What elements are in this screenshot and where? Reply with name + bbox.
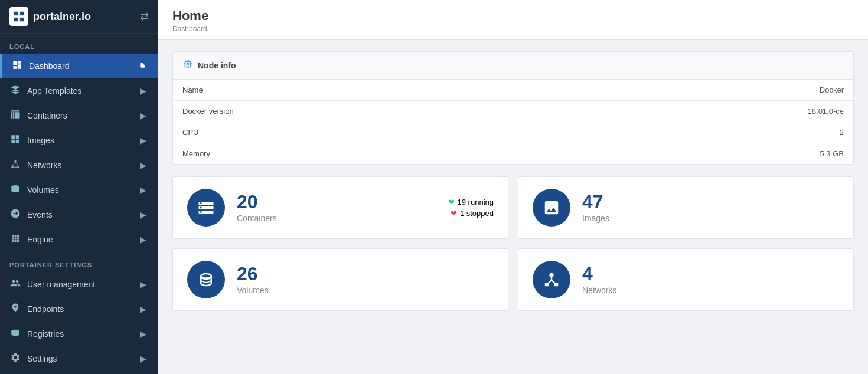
sidebar-item-label: Registries xyxy=(27,329,64,339)
endpoints-right-icon: ▶ xyxy=(137,304,149,314)
containers-count: 20 xyxy=(237,192,436,211)
sidebar-item-settings[interactable]: Settings ▶ xyxy=(0,346,158,371)
engine-icon xyxy=(9,233,21,246)
sidebar-item-events[interactable]: Events ▶ xyxy=(0,202,158,227)
volumes-right-icon: ▶ xyxy=(137,185,149,195)
sidebar-item-dashboard[interactable]: Dashboard xyxy=(0,54,158,78)
sidebar-item-label: Dashboard xyxy=(29,61,70,71)
containers-stat-icon xyxy=(187,189,225,227)
sidebar-item-label: Engine xyxy=(27,235,53,244)
dashboard-icon xyxy=(11,60,23,73)
dashboard-right-icon xyxy=(137,61,149,71)
containers-right-icon: ▶ xyxy=(137,111,149,120)
volumes-count: 26 xyxy=(237,264,494,283)
images-right-icon: ▶ xyxy=(137,136,149,145)
table-row: CPU 2 xyxy=(173,122,853,143)
images-stat-icon xyxy=(533,189,570,227)
svg-rect-8 xyxy=(11,135,15,139)
row-label: Docker version xyxy=(173,101,554,122)
sidebar-item-registries[interactable]: Registries ▶ xyxy=(0,321,158,346)
sidebar-item-user-management[interactable]: User management ▶ xyxy=(0,272,158,297)
stat-card-volumes[interactable]: 26 Volumes xyxy=(172,248,508,311)
images-icon xyxy=(9,134,21,147)
networks-label: Networks xyxy=(582,286,839,295)
images-stat-info: 47 Images xyxy=(582,192,839,223)
node-info-table: Name Docker Docker version 18.01.0-ce CP… xyxy=(173,80,853,164)
volumes-label: Volumes xyxy=(237,286,494,295)
app-templates-icon xyxy=(9,84,21,97)
sidebar-item-volumes[interactable]: Volumes ▶ xyxy=(0,178,158,202)
endpoints-icon xyxy=(9,303,21,316)
sidebar-item-engine[interactable]: Engine ▶ xyxy=(0,227,158,252)
node-info-header: Node info xyxy=(173,52,853,80)
volumes-icon xyxy=(9,183,21,196)
containers-status: ❤ 19 running ❤ 1 stopped xyxy=(448,198,494,218)
settings-right-icon: ▶ xyxy=(137,354,149,363)
sidebar-header: portainer.io ⇄ xyxy=(0,0,158,34)
containers-stat-info: 20 Containers xyxy=(237,192,436,223)
svg-rect-11 xyxy=(16,140,19,143)
images-count: 47 xyxy=(582,192,839,211)
row-value: Docker xyxy=(554,80,853,101)
sidebar-item-label: Endpoints xyxy=(27,304,64,314)
row-label: CPU xyxy=(173,122,554,143)
sidebar-item-networks[interactable]: Networks ▶ xyxy=(0,153,158,178)
events-right-icon: ▶ xyxy=(137,210,149,219)
sidebar: portainer.io ⇄ LOCAL Dashboard App Templ… xyxy=(0,0,158,374)
containers-label: Containers xyxy=(237,214,436,223)
settings-icon xyxy=(9,352,21,365)
svg-rect-1 xyxy=(20,12,24,15)
node-info-icon xyxy=(182,59,193,72)
running-count: 19 running xyxy=(458,198,494,206)
svg-rect-4 xyxy=(11,112,20,119)
table-row: Name Docker xyxy=(173,80,853,101)
row-value: 5.3 GB xyxy=(554,143,853,165)
stopped-status: ❤ 1 stopped xyxy=(451,209,494,218)
stopped-heart-icon: ❤ xyxy=(451,209,457,218)
user-management-right-icon: ▶ xyxy=(137,280,149,289)
stopped-count: 1 stopped xyxy=(460,209,494,218)
sidebar-item-label: User management xyxy=(27,280,95,289)
sidebar-item-label: Events xyxy=(27,210,53,219)
containers-icon xyxy=(9,109,21,122)
node-info-title: Node info xyxy=(198,61,236,70)
row-value: 18.01.0-ce xyxy=(554,101,853,122)
sidebar-section-portainer: PORTAINER SETTINGS xyxy=(0,252,158,272)
row-value: 2 xyxy=(554,122,853,143)
page-title: Home xyxy=(172,8,854,24)
breadcrumb: Dashboard xyxy=(172,25,854,33)
sidebar-item-label: Settings xyxy=(27,354,57,363)
table-row: Memory 5.3 GB xyxy=(173,143,853,165)
row-label: Memory xyxy=(173,143,554,165)
svg-rect-9 xyxy=(16,135,19,139)
running-status: ❤ 19 running xyxy=(448,198,494,206)
volumes-stat-info: 26 Volumes xyxy=(237,264,494,295)
sidebar-logo: portainer.io xyxy=(9,7,91,26)
sidebar-item-app-templates[interactable]: App Templates ▶ xyxy=(0,78,158,103)
svg-line-16 xyxy=(15,162,18,166)
sidebar-toggle-button[interactable]: ⇄ xyxy=(140,10,149,23)
user-management-icon xyxy=(9,278,21,291)
sidebar-item-images[interactable]: Images ▶ xyxy=(0,128,158,153)
stat-card-images[interactable]: 47 Images xyxy=(518,176,854,239)
stat-card-networks[interactable]: 4 Networks xyxy=(518,248,854,311)
svg-point-12 xyxy=(15,160,17,162)
row-label: Name xyxy=(173,80,554,101)
page-header: Home Dashboard xyxy=(158,0,868,40)
logo-icon xyxy=(9,7,28,26)
main-content: Home Dashboard Node info Name Docker Doc… xyxy=(158,0,868,374)
svg-rect-3 xyxy=(20,18,24,21)
sidebar-item-label: App Templates xyxy=(27,86,81,96)
volumes-stat-icon xyxy=(187,261,225,298)
content-area: Node info Name Docker Docker version 18.… xyxy=(158,40,868,374)
svg-rect-5 xyxy=(11,110,20,111)
sidebar-item-endpoints[interactable]: Endpoints ▶ xyxy=(0,297,158,321)
sidebar-item-label: Networks xyxy=(27,160,61,170)
registries-icon xyxy=(9,327,21,340)
networks-right-icon: ▶ xyxy=(137,160,149,170)
sidebar-item-label: Images xyxy=(27,136,54,145)
sidebar-item-containers[interactable]: Containers ▶ xyxy=(0,103,158,128)
stat-card-containers[interactable]: 20 Containers ❤ 19 running ❤ 1 stopped xyxy=(172,176,508,239)
registries-right-icon: ▶ xyxy=(137,329,149,339)
svg-line-15 xyxy=(12,162,15,166)
